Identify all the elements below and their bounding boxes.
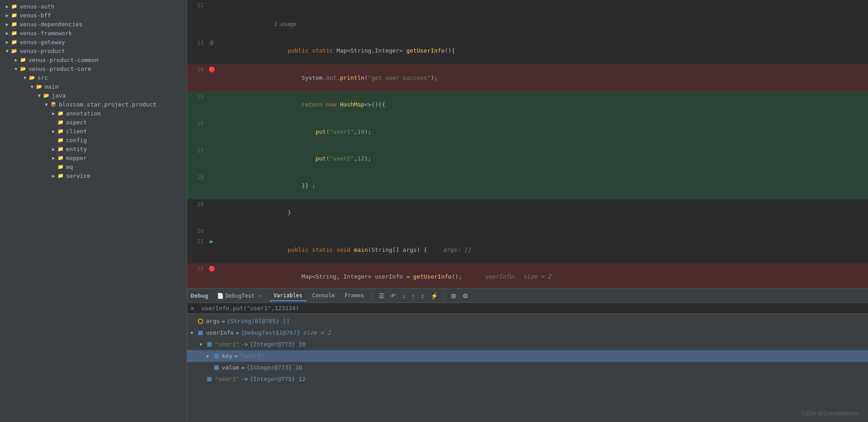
line-code: Map<String, Integer> userInfo = getUserI… xyxy=(216,263,868,289)
code-line-13: 13 @ public static Map<String,Integer> g… xyxy=(187,37,868,65)
close-tab-icon[interactable]: ✕ xyxy=(258,293,261,299)
code-editor: 12 1 usage xyxy=(187,0,868,288)
sidebar-item-mq[interactable]: mq xyxy=(0,162,187,171)
line-code xyxy=(216,0,868,10)
code-line-14: 14 🔴 System.out.println("get user succes… xyxy=(187,64,868,91)
table-view-button[interactable]: ⊞ xyxy=(449,291,458,300)
usage-hint-text: 1 usage xyxy=(216,10,868,37)
sidebar-item-venus-bff[interactable]: venus-bff xyxy=(0,11,187,20)
line-gutter xyxy=(207,172,216,199)
var-row-user1-entry[interactable]: "user1" -> {Integer@773} 10 xyxy=(187,339,868,350)
collapse-arrow xyxy=(50,110,57,117)
sidebar-item-venus-framework[interactable]: venus-framework xyxy=(0,29,187,37)
sidebar-item-mapper[interactable]: mapper xyxy=(0,153,187,162)
debug-content: ⊕ args = {String[0]@765} [] xyxy=(187,303,868,422)
step-cursor-button[interactable]: ↕ xyxy=(419,291,426,300)
var-row-value-10[interactable]: value = {Integer@773} 10 xyxy=(187,362,868,373)
folder-icon xyxy=(57,145,64,152)
var-value: {Integer@773} 10 xyxy=(246,363,302,372)
collapse-arrow xyxy=(12,56,20,63)
var-value: {Integer@773} 10 xyxy=(250,340,305,349)
collapse-arrow xyxy=(43,101,50,108)
collapse-arrow xyxy=(4,3,11,10)
tab-frames[interactable]: Frames xyxy=(341,291,367,301)
sidebar-item-venus-product-core[interactable]: venus-product-core xyxy=(0,64,187,73)
sidebar-item-annotation[interactable]: annotation xyxy=(0,109,187,118)
sidebar-item-venus-auth[interactable]: venus-auth xyxy=(0,2,187,11)
collapse-arrow xyxy=(50,172,57,179)
var-arrow xyxy=(207,352,213,361)
sidebar-item-service[interactable]: service xyxy=(0,171,187,180)
line-code: public static Map<String,Integer> getUse… xyxy=(216,37,868,65)
layout-button[interactable]: ☰ xyxy=(377,291,386,300)
code-line-19: 19 } xyxy=(187,199,868,226)
sidebar-item-venus-product[interactable]: venus-product xyxy=(0,46,187,55)
var-field-icon xyxy=(213,364,220,371)
var-equals: = xyxy=(241,363,245,372)
sidebar-item-java[interactable]: java xyxy=(0,91,187,100)
debug-tab-file[interactable]: 📄 DebugTest ✕ xyxy=(217,293,261,299)
var-name: key xyxy=(222,352,232,361)
code-line-17: 17 put("user2",12); xyxy=(187,145,868,172)
folder-open-icon xyxy=(20,65,27,72)
sidebar-item-main[interactable]: main xyxy=(0,82,187,91)
folder-icon xyxy=(57,127,64,135)
sidebar-item-aspect[interactable]: aspect xyxy=(0,118,187,127)
line-number: 19 xyxy=(187,199,207,226)
sidebar-item-label: src xyxy=(37,74,48,81)
collapse-arrow xyxy=(4,29,11,37)
folder-icon xyxy=(11,20,18,28)
evaluate-button[interactable]: ⚡ xyxy=(429,291,440,300)
sidebar-item-src[interactable]: src xyxy=(0,73,187,82)
var-row-args[interactable]: args = {String[0]@765} [] xyxy=(187,315,868,327)
var-row-user2-entry[interactable]: "user2" -> {Integer@775} 12 xyxy=(187,373,868,385)
watch-expression-input[interactable] xyxy=(187,303,868,314)
code-line-18: 18 }} ; xyxy=(187,172,868,199)
restore-button[interactable]: ↶ xyxy=(389,291,398,300)
tab-variables[interactable]: Variables xyxy=(270,291,306,301)
debug-panel: Debug 📄 DebugTest ✕ Variables Console Fr… xyxy=(187,288,868,422)
variables-list: args = {String[0]@765} [] userInfo = {De… xyxy=(187,314,868,422)
debug-title: Debug xyxy=(191,292,208,299)
sidebar-item-client[interactable]: client xyxy=(0,127,187,135)
folder-open-icon xyxy=(36,83,43,90)
step-over-button[interactable]: ↓ xyxy=(401,291,407,300)
sidebar-item-blossom-package[interactable]: 📦 blossom.star.project.product xyxy=(0,100,187,109)
step-out-button[interactable]: ↑ xyxy=(410,291,417,300)
sidebar-item-label: venus-framework xyxy=(20,30,72,37)
sidebar-item-config[interactable]: config xyxy=(0,135,187,144)
var-equals: = xyxy=(221,317,225,326)
code-scroll-container[interactable]: 12 1 usage xyxy=(187,0,868,288)
sidebar-item-venus-product-common[interactable]: venus-product-common xyxy=(0,55,187,64)
var-name: "user1" xyxy=(215,340,239,349)
line-gutter: 🔴 xyxy=(207,263,216,289)
folder-icon xyxy=(57,163,64,170)
file-icon: 📄 xyxy=(217,293,224,299)
sidebar-item-venus-gateway[interactable]: venus-gateway xyxy=(0,37,187,46)
folder-open-icon xyxy=(29,74,36,81)
collapse-arrow xyxy=(21,74,29,81)
sidebar-item-entity[interactable]: entity xyxy=(0,144,187,153)
folder-icon xyxy=(11,3,18,10)
settings-button[interactable]: ⚙ xyxy=(461,291,470,300)
folder-icon xyxy=(20,56,27,63)
code-line-21: 21 ▶ public static void main(String[] ar… xyxy=(187,236,868,263)
sidebar-item-label: java xyxy=(52,92,66,99)
collapse-arrow xyxy=(29,83,36,90)
watch-expression-container: ⊕ xyxy=(187,303,868,314)
line-code: put("user1",10); xyxy=(216,118,868,145)
code-line-22: 22 🔴 Map<String, Integer> userInfo = get… xyxy=(187,263,868,289)
line-gutter: @ xyxy=(207,37,216,65)
sidebar-item-label: mq xyxy=(66,164,73,170)
line-code: }} ; xyxy=(216,172,868,199)
folder-icon xyxy=(57,172,64,179)
sidebar-item-label: blossom.star.project.product xyxy=(59,101,156,108)
var-value: "user1" xyxy=(239,352,264,361)
line-code: System.out.println("get user success"); xyxy=(216,64,868,91)
var-row-key-user1[interactable]: key = "user1" xyxy=(187,350,868,362)
sidebar-item-venus-dependencies[interactable]: venus-dependencies xyxy=(0,20,187,29)
tab-console[interactable]: Console xyxy=(309,291,339,301)
var-row-userinfo[interactable]: userInfo = {DebugTest$1@767} size = 2 xyxy=(187,327,868,339)
var-field-icon xyxy=(197,329,204,336)
debug-toolbar: Variables Console Frames ☰ ↶ ↓ ↑ ↕ ⚡ ⊞ ⚙ xyxy=(270,291,470,301)
